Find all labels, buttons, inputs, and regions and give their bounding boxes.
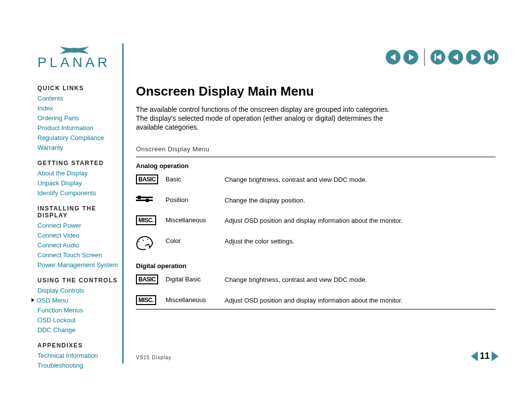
brand-name: PLANAR <box>37 55 111 70</box>
brand-logo: PLANAR <box>37 43 111 70</box>
menu-desc: Adjust OSD position and display informat… <box>225 295 496 305</box>
page-intro: The available control functions of the o… <box>136 105 397 132</box>
menu-row-digital-misc: MISC. Miscellaneous Adjust OSD position … <box>136 295 496 305</box>
vertical-rule <box>122 43 124 364</box>
nav-prev-page-button[interactable] <box>448 50 463 65</box>
table-caption: Onscreen Display Menu <box>136 145 496 153</box>
menu-desc: Adjust the color settings. <box>225 236 496 245</box>
sidebar-link-display-controls[interactable]: Display Controls <box>37 286 120 296</box>
sidebar-link-contents[interactable]: Contents <box>37 94 120 103</box>
basic-icon: BASIC <box>136 174 158 184</box>
menu-row-basic: BASIC Basic Change brightness, contrast … <box>136 174 496 184</box>
sidebar-link-regulatory-compliance[interactable]: Regulatory Compliance <box>37 133 120 143</box>
page-title: Onscreen Display Main Menu <box>136 84 496 99</box>
main-content: Onscreen Display Main Menu The available… <box>136 84 496 314</box>
sidebar-link-identify-components[interactable]: Identify Components <box>37 188 120 198</box>
menu-name: Position <box>166 195 225 204</box>
sidebar-link-technical-information[interactable]: Technical Information <box>37 351 120 361</box>
sidebar-heading-installing: INSTALLING THE DISPLAY <box>37 205 120 219</box>
analog-heading: Analog operation <box>136 162 496 170</box>
nav-first-page-button[interactable] <box>431 50 445 65</box>
page-next-button[interactable] <box>492 351 499 361</box>
page-prev-button[interactable] <box>471 351 478 361</box>
nav-divider <box>424 48 425 66</box>
sidebar-link-connect-audio[interactable]: Connect Audio <box>37 240 120 250</box>
color-icon <box>134 234 154 252</box>
sidebar-link-index[interactable]: Index <box>37 103 120 113</box>
sidebar-link-troubleshooting[interactable]: Troubleshooting <box>37 361 120 371</box>
sidebar-link-ddc-change[interactable]: DDC Change <box>37 325 120 335</box>
menu-desc: Change brightness, contrast and view DDC… <box>225 274 496 284</box>
menu-desc: Change the display position. <box>225 195 496 205</box>
menu-row-digital-basic: BASIC Digital Basic Change brightness, c… <box>136 274 496 284</box>
menu-name: Miscellaneous <box>166 295 225 304</box>
sidebar-heading-quick-links: QUICK LINKS <box>37 85 120 92</box>
menu-row-misc: MISC. Miscellaneous Adjust OSD position … <box>136 215 496 225</box>
basic-icon: BASIC <box>136 274 158 284</box>
sidebar-link-connect-power[interactable]: Connect Power <box>37 221 120 231</box>
sidebar-nav: QUICK LINKS Contents Index Ordering Part… <box>37 85 120 377</box>
menu-name: Basic <box>166 174 225 183</box>
sidebar-link-warranty[interactable]: Warranty <box>37 143 120 153</box>
sidebar-link-function-menus[interactable]: Function Menus <box>37 306 120 315</box>
nav-prev-view-button[interactable] <box>386 50 400 65</box>
sidebar-link-unpack-display[interactable]: Unpack Display <box>37 178 120 188</box>
sidebar-link-connect-touch-screen[interactable]: Connect Touch Screen <box>37 250 120 260</box>
sidebar-link-osd-menu[interactable]: OSD Menu <box>37 296 120 306</box>
sidebar-heading-getting-started: GETTING STARTED <box>37 160 120 167</box>
menu-name: Miscellaneous <box>166 215 225 224</box>
sidebar-link-power-management[interactable]: Power Management System <box>37 260 120 270</box>
page-number-nav: 11 <box>471 351 499 361</box>
menu-desc: Adjust OSD position and display informat… <box>225 215 496 225</box>
sidebar-link-product-information[interactable]: Product Information <box>37 123 120 133</box>
sidebar-heading-using-controls: USING THE CONTROLS <box>37 277 120 284</box>
menu-row-color: Color Adjust the color settings. <box>136 236 496 251</box>
menu-desc: Change brightness, contrast and view DDC… <box>225 174 496 184</box>
sidebar-link-about-the-display[interactable]: About the Display <box>37 169 120 178</box>
table-rule-top <box>136 157 496 157</box>
page-number: 11 <box>480 351 490 361</box>
table-rule-bottom <box>136 309 496 309</box>
position-icon <box>136 195 153 203</box>
menu-row-position: Position Change the display position. <box>136 195 496 205</box>
sidebar-heading-appendixes: APPENDIXES <box>37 342 120 349</box>
nav-next-view-button[interactable] <box>403 50 418 65</box>
sidebar-link-osd-lockout[interactable]: OSD Lockout <box>37 315 120 325</box>
misc-icon: MISC. <box>136 215 156 225</box>
footer-product: VS15 Display <box>136 355 171 360</box>
top-nav-buttons <box>386 48 499 66</box>
menu-name: Color <box>166 236 225 244</box>
sidebar-link-connect-video[interactable]: Connect Video <box>37 231 120 240</box>
sidebar-link-ordering-parts[interactable]: Ordering Parts <box>37 113 120 123</box>
digital-heading: Digital operation <box>136 262 496 270</box>
nav-next-page-button[interactable] <box>466 50 481 65</box>
menu-name: Digital Basic <box>166 274 225 283</box>
misc-icon: MISC. <box>136 295 156 305</box>
nav-last-page-button[interactable] <box>484 50 499 65</box>
